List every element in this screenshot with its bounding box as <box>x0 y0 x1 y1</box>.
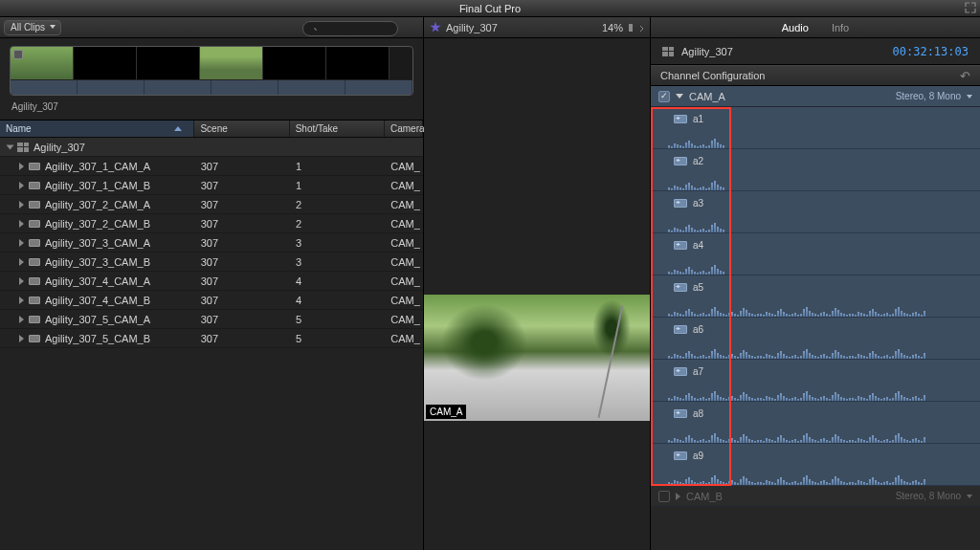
audio-channel-row[interactable]: a6 <box>651 318 980 360</box>
disclosure-icon[interactable] <box>19 277 24 285</box>
filter-popup[interactable]: All Clips <box>4 20 61 35</box>
clip-row[interactable]: Agility_307_5_CAM_A3075CAM_ <box>0 310 423 329</box>
inspector-tabs: Audio Info <box>774 20 858 35</box>
channel-label: a5 <box>693 282 703 293</box>
disclosure-icon[interactable] <box>19 258 24 266</box>
multicam-icon <box>17 143 29 152</box>
selection-handle-icon[interactable] <box>13 50 23 59</box>
audio-channel-row[interactable]: a3 <box>651 191 980 233</box>
column-scene[interactable]: Scene <box>194 121 289 137</box>
clip-icon <box>29 220 40 228</box>
inspector-pane: Agility_307 00:32:13:03 Channel Configur… <box>651 38 980 550</box>
audio-channel-row[interactable]: a9 <box>651 444 980 486</box>
disclosure-icon[interactable] <box>676 94 683 99</box>
viewer-pane[interactable]: CAM_A <box>424 38 651 550</box>
clip-icon <box>29 201 40 209</box>
clip-icon <box>29 182 40 189</box>
stereo-icon <box>674 367 687 376</box>
disclosure-icon[interactable] <box>19 316 24 323</box>
window-title: Final Cut Pro <box>459 3 521 14</box>
window-titlebar: Final Cut Pro <box>0 0 980 17</box>
cam-name: CAM_A <box>689 91 725 102</box>
channel-label: a1 <box>693 114 703 124</box>
viewer-zoom-level[interactable]: 14% <box>602 22 623 33</box>
svg-rect-0 <box>629 24 633 32</box>
disclosure-icon[interactable] <box>19 239 24 247</box>
fullscreen-icon[interactable] <box>965 2 976 13</box>
clip-row[interactable]: Agility_307_3_CAM_A3073CAM_ <box>0 233 423 253</box>
clip-icon <box>29 277 40 285</box>
clip-row[interactable]: Agility_307_2_CAM_A3072CAM_ <box>0 195 423 214</box>
column-name[interactable]: Name <box>0 121 194 137</box>
browser-list-header: Name Scene Shot/Take Camera <box>0 120 423 138</box>
waveform <box>668 131 980 148</box>
reset-icon[interactable]: ↶ <box>960 69 970 83</box>
channel-format[interactable]: Stereo, 8 Mono <box>896 91 961 101</box>
sort-ascending-icon <box>174 126 182 131</box>
waveform <box>668 468 980 485</box>
cam-name: CAM_B <box>686 491 723 502</box>
filmstrip-label: Agility_307 <box>11 101 413 112</box>
viewer-settings-icon[interactable] <box>627 21 646 34</box>
channel-label: a9 <box>693 451 703 461</box>
multicam-icon <box>662 47 674 56</box>
disclosure-icon[interactable] <box>19 335 24 342</box>
audio-channel-row[interactable]: a1 <box>651 107 980 149</box>
stereo-icon <box>674 283 687 292</box>
disclosure-icon[interactable] <box>19 182 24 189</box>
clip-row[interactable]: Agility_307_3_CAM_B3073CAM_ <box>0 253 423 272</box>
channel-label: a7 <box>693 366 703 377</box>
waveform <box>668 426 980 443</box>
waveform <box>668 173 980 190</box>
inspector-timecode: 00:32:13:03 <box>893 45 969 58</box>
disclosure-icon[interactable] <box>19 220 24 228</box>
clip-row[interactable]: Agility_307_1_CAM_B3071CAM_ <box>0 176 423 195</box>
browser-list[interactable]: Agility_307Agility_307_1_CAM_A3071CAM_Ag… <box>0 138 423 550</box>
audio-channel-row[interactable]: a7 <box>651 360 980 402</box>
clip-row[interactable]: Agility_307_5_CAM_B3075CAM_ <box>0 329 423 348</box>
channel-format[interactable]: Stereo, 8 Mono <box>896 491 961 501</box>
cam-enable-checkbox[interactable] <box>658 91 670 102</box>
clip-row[interactable]: Agility_307_4_CAM_A3074CAM_ <box>0 272 423 291</box>
audio-channel-row[interactable]: a2 <box>651 149 980 191</box>
channel-label: a2 <box>693 156 703 166</box>
column-shot[interactable]: Shot/Take <box>290 121 385 137</box>
column-camera[interactable]: Camera <box>385 121 423 137</box>
favorite-star-icon <box>430 22 441 33</box>
stereo-icon <box>674 241 687 250</box>
filmstrip[interactable]: Agility_307 <box>0 38 423 120</box>
disclosure-icon[interactable] <box>19 297 24 304</box>
channel-config-section: Channel Configuration ↶ <box>651 65 980 86</box>
disclosure-icon[interactable] <box>676 493 680 500</box>
stereo-icon <box>674 409 687 418</box>
audio-channel-row[interactable]: a8 <box>651 402 980 444</box>
browser-pane: Agility_307 Name Scene Shot/Take Camera … <box>0 38 424 550</box>
viewer-image: CAM_A <box>424 295 650 421</box>
waveform <box>668 299 980 317</box>
clip-row[interactable]: Agility_307_1_CAM_A3071CAM_ <box>0 157 423 176</box>
clip-icon <box>29 297 40 304</box>
clip-row[interactable]: Agility_307_2_CAM_B3072CAM_ <box>0 214 423 233</box>
inspector-clip-name: Agility_307 <box>681 46 733 57</box>
stereo-icon <box>674 199 687 208</box>
stereo-icon <box>674 157 687 165</box>
disclosure-icon[interactable] <box>7 144 14 149</box>
cam-header-row[interactable]: CAM_BStereo, 8 Mono <box>651 486 980 507</box>
search-input[interactable] <box>302 21 398 36</box>
clip-icon <box>29 335 40 342</box>
clip-icon <box>29 258 40 266</box>
audio-channel-row[interactable]: a4 <box>651 233 980 275</box>
tab-audio[interactable]: Audio <box>774 20 816 35</box>
clip-group-row[interactable]: Agility_307 <box>0 138 423 157</box>
disclosure-icon[interactable] <box>19 163 24 170</box>
clip-row[interactable]: Agility_307_4_CAM_B3074CAM_ <box>0 291 423 310</box>
cam-enable-checkbox[interactable] <box>658 491 670 502</box>
viewer-clip-title: Agility_307 <box>446 22 498 33</box>
channel-label: a4 <box>693 240 703 251</box>
audio-channel-row[interactable]: a5 <box>651 275 980 318</box>
tab-info[interactable]: Info <box>824 20 857 35</box>
cam-header-row[interactable]: CAM_AStereo, 8 Mono <box>651 86 980 107</box>
disclosure-icon[interactable] <box>19 201 24 209</box>
channel-label: a8 <box>693 408 703 419</box>
stereo-icon <box>674 115 687 123</box>
